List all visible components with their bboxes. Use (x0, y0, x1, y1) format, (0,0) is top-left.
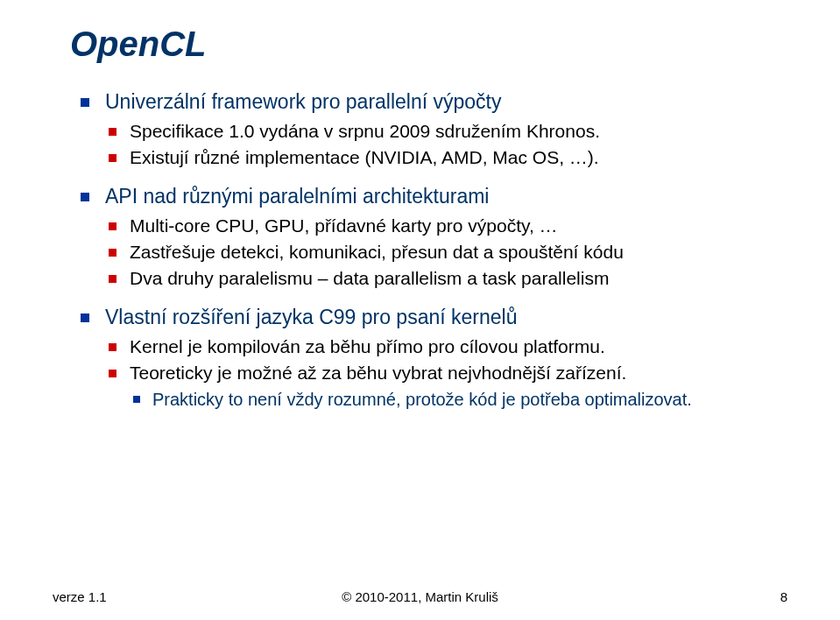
bullet-l1: Univerzální framework pro parallelní výp… (79, 88, 787, 171)
bullet-text: Multi-core CPU, GPU, přídavné karty pro … (130, 215, 558, 236)
bullet-text: Prakticky to není vždy rozumné, protože … (152, 390, 692, 409)
bullet-l2: Dva druhy paralelismu – data parallelism… (105, 266, 787, 291)
bullet-text: Specifikace 1.0 vydána v srpnu 2009 sdru… (130, 121, 600, 141)
bullet-text: Vlastní rozšíření jazyka C99 pro psaní k… (105, 306, 517, 328)
slide-content: Univerzální framework pro parallelní výp… (79, 88, 787, 412)
bullet-text: Zastřešuje detekci, komunikaci, přesun d… (130, 242, 624, 262)
bullet-l2: Zastřešuje detekci, komunikaci, přesun d… (105, 240, 787, 264)
footer-right: 8 (780, 589, 787, 604)
footer-left: verze 1.1 (53, 589, 107, 604)
bullet-children: Multi-core CPU, GPU, přídavné karty pro … (105, 214, 787, 292)
bullet-text: Univerzální framework pro parallelní výp… (105, 90, 502, 113)
bullet-group-2: Vlastní rozšíření jazyka C99 pro psaní k… (79, 304, 787, 412)
bullet-children: Kernel je kompilován za běhu přímo pro c… (105, 335, 787, 412)
bullet-text: Kernel je kompilován za běhu přímo pro c… (130, 336, 605, 356)
bullet-l2: Specifikace 1.0 vydána v srpnu 2009 sdru… (105, 119, 787, 144)
bullet-l3: Prakticky to není vždy rozumné, protože … (130, 388, 787, 412)
footer-center: © 2010-2011, Martin Kruliš (342, 589, 498, 604)
bullet-text: Existují různé implementace (NVIDIA, AMD… (130, 147, 599, 167)
bullet-children: Specifikace 1.0 vydána v srpnu 2009 sdru… (105, 119, 787, 171)
bullet-group-1: API nad různými paralelními architektura… (79, 183, 787, 292)
bullet-l1: API nad různými paralelními architektura… (79, 183, 787, 292)
slide-title: OpenCL (70, 25, 787, 64)
bullet-children: Prakticky to není vždy rozumné, protože … (130, 388, 787, 412)
bullet-l2: Teoreticky je možné až za běhu vybrat ne… (105, 361, 787, 411)
slide-footer: verze 1.1 © 2010-2011, Martin Kruliš 8 (53, 589, 787, 604)
bullet-l2: Kernel je kompilován za běhu přímo pro c… (105, 335, 787, 359)
slide: OpenCL Univerzální framework pro paralle… (0, 0, 840, 620)
bullet-group-0: Univerzální framework pro parallelní výp… (79, 88, 787, 171)
bullet-text: Dva druhy paralelismu – data parallelism… (130, 268, 609, 288)
bullet-l2: Existují různé implementace (NVIDIA, AMD… (105, 145, 787, 170)
bullet-l2: Multi-core CPU, GPU, přídavné karty pro … (105, 214, 787, 238)
bullet-text: Teoreticky je možné až za běhu vybrat ne… (130, 363, 626, 383)
bullet-text: API nad různými paralelními architektura… (105, 185, 489, 208)
bullet-l1: Vlastní rozšíření jazyka C99 pro psaní k… (79, 304, 787, 412)
